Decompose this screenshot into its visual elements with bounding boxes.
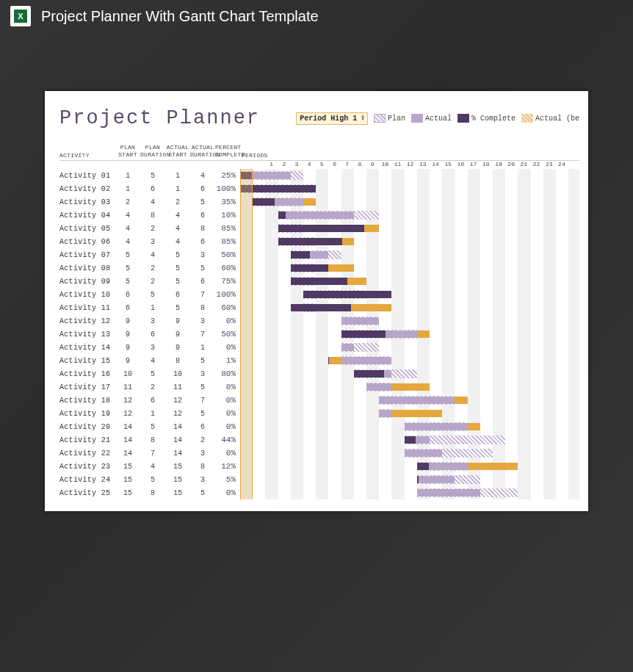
activity-name: Activity 22 (59, 449, 115, 458)
highlighted-period (240, 354, 253, 367)
legend-actual: Actual (411, 114, 452, 123)
gantt-cell (240, 182, 579, 195)
gantt-cell (240, 235, 579, 248)
highlighted-period (240, 420, 253, 433)
cell-actual-start: 4 (165, 225, 190, 233)
activity-name: Activity 16 (59, 370, 115, 378)
cell-percent: 1% (215, 356, 240, 365)
gantt-cell (240, 394, 579, 407)
cell-plan-start: 15 (115, 463, 140, 471)
actual-bar (366, 383, 391, 391)
cell-actual-duration: 5 (190, 264, 215, 272)
cell-actual-start: 9 (165, 330, 190, 339)
cell-percent: 0% (215, 409, 240, 418)
gantt-grid: ACTIVITY PLAN START PLAN DURATION ACTUAL… (59, 144, 579, 499)
cell-plan-start: 14 (115, 436, 140, 444)
cell-plan-start: 4 (115, 238, 140, 246)
cell-percent: 85% (215, 224, 240, 233)
gantt-template-card: Project Planner Period High 1 ▲▼ Plan Ac… (45, 91, 588, 511)
period-number: 6 (328, 161, 341, 167)
gantt-cell (240, 407, 579, 420)
actual-bar (379, 410, 391, 417)
cell-plan-duration: 5 (140, 370, 165, 378)
highlighted-period (240, 486, 253, 499)
table-row: Activity 07545350% (59, 248, 579, 261)
complete-bar (291, 278, 347, 285)
period-number: 5 (316, 161, 328, 167)
legend-actual-label: Actual (425, 115, 452, 123)
complete-bar (278, 225, 364, 232)
cell-actual-start: 9 (165, 317, 190, 325)
cell-actual-start: 2 (165, 198, 190, 206)
col-activity-header: ACTIVITY (59, 152, 115, 159)
cell-actual-duration: 8 (190, 463, 215, 471)
cell-plan-duration: 2 (140, 225, 165, 233)
period-selector-value: 1 (352, 115, 357, 123)
cell-plan-start: 14 (115, 423, 140, 431)
cell-plan-start: 4 (115, 212, 140, 220)
activity-name: Activity 05 (59, 225, 115, 233)
cell-plan-duration: 5 (140, 476, 165, 484)
cell-plan-duration: 4 (140, 251, 165, 259)
gantt-cell (240, 209, 579, 222)
cell-plan-duration: 4 (140, 198, 165, 206)
cell-percent: 12% (215, 462, 240, 471)
cell-percent: 100% (215, 184, 240, 193)
cell-actual-duration: 3 (190, 317, 215, 325)
activity-name: Activity 21 (59, 436, 115, 444)
cell-plan-start: 5 (115, 264, 140, 272)
table-row: Activity 2114814244% (59, 433, 579, 447)
activity-name: Activity 04 (59, 212, 115, 220)
period-number: 11 (391, 161, 404, 167)
highlighted-period (240, 460, 253, 473)
highlighted-period (240, 433, 253, 447)
table-row: Activity 171121150% (59, 380, 579, 394)
table-row: Activity 01151425% (59, 169, 579, 182)
gantt-cell (240, 367, 579, 380)
legend-actualbe: Actual (be (521, 114, 579, 123)
cell-percent: 80% (215, 369, 240, 378)
complete-bar (278, 238, 343, 245)
table-row: Activity 021616100% (59, 182, 579, 195)
cell-plan-start: 6 (115, 291, 140, 299)
cell-actual-duration: 5 (190, 489, 215, 497)
period-number: 16 (455, 161, 467, 167)
period-number: 9 (366, 161, 379, 167)
activity-name: Activity 03 (59, 198, 115, 206)
gantt-cell (240, 261, 579, 275)
cell-actual-duration: 4 (190, 172, 215, 180)
gantt-cell (240, 314, 579, 328)
activity-name: Activity 20 (59, 423, 115, 431)
cell-percent: 60% (215, 303, 240, 312)
activity-name: Activity 12 (59, 317, 115, 325)
cell-actual-duration: 3 (190, 251, 215, 259)
cell-percent: 10% (215, 211, 240, 220)
complete-bar (341, 330, 386, 338)
period-number: 7 (341, 161, 353, 167)
actual-beyond-bar (468, 463, 518, 470)
cell-actual-start: 5 (165, 251, 190, 259)
cell-plan-duration: 6 (140, 330, 165, 339)
activity-name: Activity 08 (59, 264, 115, 272)
cell-plan-start: 14 (115, 449, 140, 458)
gantt-cell (240, 328, 579, 341)
complete-bar (417, 463, 430, 470)
spinner-icon[interactable]: ▲▼ (361, 115, 364, 121)
cell-plan-start: 12 (115, 410, 140, 418)
period-number: 10 (379, 161, 391, 167)
complete-bar (303, 291, 391, 298)
gantt-cell (240, 460, 579, 473)
cell-actual-start: 14 (165, 423, 190, 431)
complete-swatch-icon (457, 114, 469, 123)
cell-actual-duration: 5 (190, 383, 215, 391)
excel-icon: X (10, 6, 31, 26)
gantt-cell (240, 248, 579, 261)
legend-complete-label: % Complete (471, 115, 516, 123)
activity-name: Activity 10 (59, 291, 115, 299)
period-selector[interactable]: Period High 1 ▲▼ (296, 112, 368, 125)
highlighted-period (240, 447, 253, 460)
gantt-cell (240, 222, 579, 235)
complete-bar (405, 436, 416, 444)
cell-actual-duration: 6 (190, 212, 215, 220)
cell-percent: 0% (215, 383, 240, 391)
